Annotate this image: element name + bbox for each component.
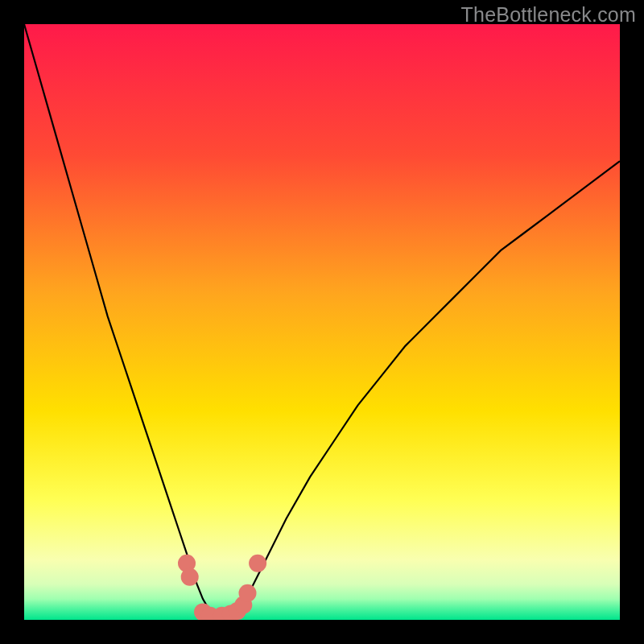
watermark-text: TheBottleneck.com [461, 3, 636, 27]
chart-frame [24, 24, 620, 620]
data-marker [239, 584, 257, 602]
data-marker [249, 555, 266, 572]
bottleneck-chart [24, 24, 620, 620]
data-marker [181, 568, 199, 586]
gradient-background [24, 24, 620, 620]
